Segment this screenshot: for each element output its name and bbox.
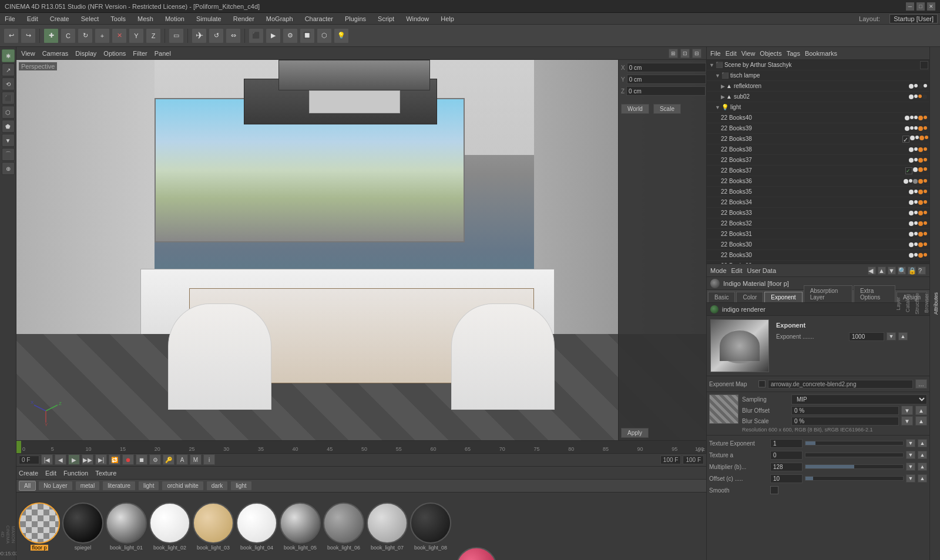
viewport[interactable]: Perspective Z X Y X: [16, 60, 706, 440]
tex-a-input[interactable]: [770, 451, 803, 460]
mat-tag-nolayer[interactable]: No Layer: [38, 481, 73, 491]
menu-window[interactable]: Window: [404, 15, 431, 22]
attr-edit[interactable]: Edit: [731, 267, 743, 274]
tool-edge[interactable]: ⬟: [2, 120, 15, 133]
exp-map-checkbox[interactable]: [758, 380, 766, 387]
blur-offset-dec[interactable]: ▼: [901, 406, 913, 415]
menu-help[interactable]: Help: [438, 15, 456, 22]
exponent-input[interactable]: [849, 332, 884, 341]
tree-row-books30a[interactable]: 22 Books30: [707, 239, 929, 250]
tex-exponent-input[interactable]: [770, 439, 803, 448]
tool-scale[interactable]: ⬛: [2, 92, 15, 104]
tree-row-books30b[interactable]: 22 Books30: [707, 250, 929, 261]
open-button[interactable]: C: [61, 28, 76, 43]
tree-row-books34[interactable]: 22 Books34: [707, 197, 929, 208]
save-button[interactable]: ↻: [78, 28, 93, 43]
timeline-info[interactable]: i: [203, 454, 215, 465]
attr-mode[interactable]: Mode: [710, 267, 727, 274]
tool-paint[interactable]: ⌒: [2, 148, 15, 161]
viewport-icon-1[interactable]: ⊞: [669, 49, 678, 58]
mat-tag-dark[interactable]: dark: [206, 481, 228, 491]
attr-icon-btn3[interactable]: ▼: [888, 266, 896, 275]
tree-row-books36[interactable]: 22 Books36: [707, 176, 929, 187]
material-book1[interactable]: book_light_01: [106, 502, 147, 551]
mat-menu-function[interactable]: Function: [63, 470, 88, 477]
timeline-end[interactable]: ▶|: [95, 454, 107, 465]
exp-inc-btn[interactable]: ▲: [898, 332, 908, 340]
tex-c-dec[interactable]: ▼: [906, 474, 915, 483]
attr-icon-btn6[interactable]: ?: [918, 266, 926, 275]
menu-render[interactable]: Render: [231, 15, 257, 22]
menu-create[interactable]: Create: [48, 15, 72, 22]
tex-a-dec[interactable]: ▼: [906, 451, 915, 459]
blur-offset-inc[interactable]: ▲: [915, 406, 927, 415]
menu-select[interactable]: Select: [79, 15, 102, 22]
tree-row-books29[interactable]: 22 Books29: [707, 261, 929, 264]
viewport-icon-2[interactable]: ⊡: [680, 49, 690, 58]
mat-tag-all[interactable]: All: [19, 481, 36, 491]
timeline-prev[interactable]: ◀: [55, 454, 66, 465]
blur-scale-inc[interactable]: ▲: [915, 416, 927, 426]
render-all[interactable]: 🔲: [300, 28, 315, 43]
render-active[interactable]: ▶: [266, 28, 281, 43]
render-btn3[interactable]: 💡: [334, 28, 349, 43]
tree-row-light[interactable]: ▼ 💡 light: [707, 102, 929, 113]
mat-menu-create[interactable]: Create: [19, 470, 38, 477]
tex-b-input[interactable]: [770, 463, 803, 471]
mat-tag-light2[interactable]: light: [230, 481, 251, 491]
tex-exp-inc[interactable]: ▲: [918, 439, 927, 447]
blur-offset-input[interactable]: [791, 406, 899, 415]
mat-menu-texture[interactable]: Texture: [95, 470, 116, 477]
material-extra1[interactable]: [456, 547, 497, 560]
attr-icon-btn2[interactable]: ▲: [878, 266, 886, 275]
material-book3[interactable]: book_light_03: [193, 502, 234, 551]
tree-row-books37b[interactable]: 22 Books37 ✓: [707, 166, 929, 176]
viewport-filter[interactable]: Filter: [133, 50, 147, 57]
select-button[interactable]: ▭: [169, 28, 184, 43]
z-position-input[interactable]: [626, 86, 706, 96]
x-position-input[interactable]: [627, 63, 706, 72]
viewport-icon-3[interactable]: ⊟: [692, 49, 701, 58]
timeline-end-left[interactable]: 100 F: [660, 456, 682, 464]
material-book2[interactable]: book_light_02: [149, 502, 190, 551]
attr-icon-btn1[interactable]: ◀: [868, 266, 876, 275]
menu-motion[interactable]: Motion: [163, 15, 187, 22]
material-spiegel[interactable]: spiegel: [62, 502, 103, 551]
tree-menu-view[interactable]: View: [741, 50, 756, 57]
tree-row-books33[interactable]: 22 Books33: [707, 208, 929, 218]
undo-button[interactable]: ↩: [4, 28, 19, 43]
layout-selector[interactable]: Startup [User]: [889, 14, 938, 23]
tree-menu-file[interactable]: File: [710, 50, 721, 57]
material-book5[interactable]: book_light_05: [280, 502, 321, 551]
tex-c-slider[interactable]: [805, 476, 904, 481]
tool-point[interactable]: ▼: [2, 134, 15, 147]
tree-row-books35[interactable]: 22 Books35: [707, 187, 929, 197]
tree-row-tisch[interactable]: ▼ ⬛ tisch lampe: [707, 70, 929, 81]
tree-menu-tags[interactable]: Tags: [787, 50, 800, 57]
material-floor-p[interactable]: floor p: [19, 502, 60, 551]
close-button[interactable]: ✕: [927, 2, 935, 11]
menu-tools[interactable]: Tools: [108, 15, 128, 22]
material-book8[interactable]: book_light_08: [410, 502, 451, 551]
mat-tag-metal[interactable]: metal: [75, 481, 100, 491]
tree-row-sub02[interactable]: ▶ ▲ sub02: [707, 92, 929, 102]
timeline-motion[interactable]: M: [190, 454, 202, 465]
menu-edit[interactable]: Edit: [25, 15, 41, 22]
viewport-display[interactable]: Display: [75, 50, 96, 57]
y-button[interactable]: Y: [129, 28, 144, 43]
tree-row-reflektor[interactable]: ▶ ▲ reflektoren: [707, 81, 929, 92]
timeline-key[interactable]: 🔑: [163, 454, 174, 465]
blur-scale-dec[interactable]: ▼: [901, 416, 913, 426]
scale-button[interactable]: ⇔: [226, 28, 241, 43]
scale-button-tf[interactable]: Scale: [653, 104, 681, 114]
mat-menu-edit[interactable]: Edit: [45, 470, 56, 477]
exp-map-browse[interactable]: …: [915, 379, 927, 389]
menu-plugins[interactable]: Plugins: [343, 15, 368, 22]
tree-row-books38a[interactable]: 22 Books38 ✓: [707, 134, 929, 144]
material-book4[interactable]: book_light_04: [236, 502, 277, 551]
tex-c-inc[interactable]: ▲: [918, 474, 927, 483]
tex-a-inc[interactable]: ▲: [918, 451, 927, 459]
tex-smooth-checkbox[interactable]: [770, 486, 778, 494]
render-settings[interactable]: ⚙: [283, 28, 298, 43]
timeline-stop[interactable]: ⏹: [136, 454, 147, 465]
